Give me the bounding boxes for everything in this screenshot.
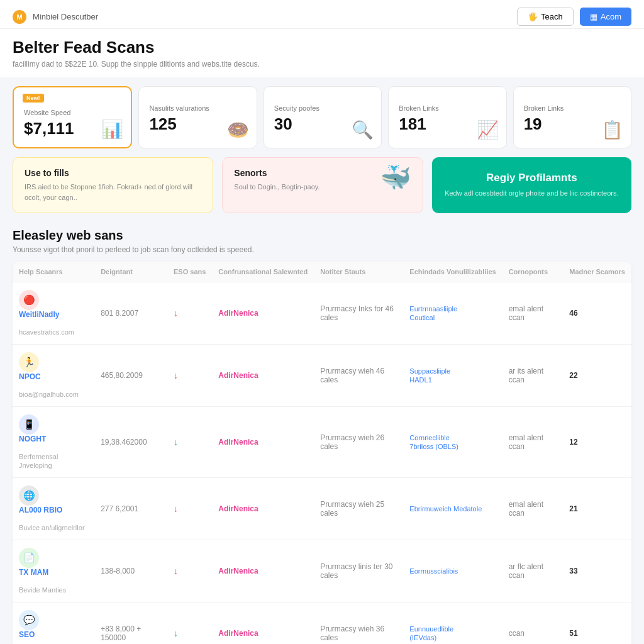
row-name-cell-1: 🏃NPOCbioa@ngalhub.com [13, 345, 94, 407]
acom-button[interactable]: ▦ Acom [580, 8, 631, 26]
row-icon: 🔴 [19, 290, 39, 310]
row-icon: 💬 [19, 610, 39, 630]
acom-label: Acom [601, 12, 621, 21]
row-name-link[interactable]: WeitliNadly [19, 310, 88, 319]
row-link2[interactable]: (IEVdas) [409, 634, 436, 641]
row-name-cell-0: 🔴WeitliNadlyhcavestratics.com [13, 282, 94, 345]
row-date-4: 138-8,000 [94, 540, 167, 602]
row-link1[interactable]: Ebrirmuweich Medatole [409, 505, 482, 513]
row-sub: Bevide Manties [19, 586, 66, 594]
table-row: 🌐AL000 RBIOBuvice an/uligmelrilor277 6,2… [13, 478, 631, 540]
row-name-cell-3: 🌐AL000 RBIOBuvice an/uligmelrilor [13, 478, 94, 540]
row-links-4: Eorrnusscialibis [403, 540, 502, 602]
row-trend-3: ↓ [167, 478, 212, 540]
row-icon: 📄 [19, 548, 39, 568]
panel-yellow-text: IRS.aied to be Stopone 1fieh. Fokrad+ ne… [25, 182, 201, 203]
section-title: Eleasley web sans [13, 228, 631, 243]
stat-icon-2: 🔍 [352, 119, 374, 140]
row-link1[interactable]: Eurtrnnaasliiple [409, 305, 457, 313]
row-trend-5: ↓ [167, 602, 212, 644]
brand-name: Minbiel Descutber [33, 12, 98, 21]
row-comp-0: emal alent ccan [502, 282, 564, 345]
panel-yellow-title: Use to fills [25, 168, 201, 178]
stat-card-4: Broken Links19📋 [513, 86, 631, 148]
row-comp-3: emal alent ccan [502, 478, 564, 540]
row-comp-2: emal alent ccan [502, 407, 564, 478]
acom-icon: ▦ [590, 12, 597, 21]
trend-arrow-icon: ↓ [174, 308, 178, 318]
teach-icon: 🖐 [528, 12, 538, 21]
stat-label-1: Nasulits valurations [149, 104, 246, 112]
row-tag-2: AdirNenica [212, 407, 314, 478]
row-name-link[interactable]: SEO [19, 630, 88, 639]
row-comp-4: ar flc alent ccan [502, 540, 564, 602]
row-tag-0: AdirNenica [212, 282, 314, 345]
col-header-2: ESO sans [167, 262, 212, 282]
col-header-4: Notiter Stauts [314, 262, 403, 282]
row-date-5: +83 8,000 + 150000 [94, 602, 167, 644]
row-name-link[interactable]: NOGHT [19, 435, 88, 443]
panel-yellow: Use to fills IRS.aied to be Stopone 1fie… [13, 157, 213, 213]
row-status-4: Prurmacsy linis ter 30 cales [314, 540, 403, 602]
table-row: 📱NOGHTBerfornensal Jnveloping19,38.46200… [13, 407, 631, 478]
row-link2[interactable]: HADL1 [409, 376, 431, 384]
col-header-6: Cornoponts [502, 262, 564, 282]
row-comp-5: ccan [502, 602, 564, 644]
row-num-0: 46 [563, 282, 631, 345]
trend-arrow-icon: ↓ [174, 437, 178, 447]
teach-button[interactable]: 🖐 Teach [517, 8, 574, 26]
trend-arrow-icon: ↓ [174, 628, 178, 638]
stat-card-2: Secuity poofes30🔍 [264, 86, 382, 148]
stat-label-2: Secuity poofes [274, 104, 371, 112]
row-tag-4: AdirNenica [212, 540, 314, 602]
row-status-1: Prurmacsy wieh 46 cales [314, 345, 403, 407]
stat-label-3: Broken Links [399, 104, 496, 112]
logo-icon: M [13, 10, 26, 24]
row-sub: Buvice an/uligmelrilor [19, 524, 85, 531]
section: Eleasley web sans Younsse vigot thot pno… [0, 222, 644, 644]
panel-pink: 🐳 Senorts Soul to Dogin., Bogtin-paoy. [222, 157, 423, 213]
table-row: 📄TX MAMBevide Manties138-8,000↓AdirNenic… [13, 540, 631, 602]
stat-card-3: Broken Links181📈 [388, 86, 506, 148]
row-name-cell-4: 📄TX MAMBevide Manties [13, 540, 94, 602]
stat-card-0: New!Website Speed$7,111📊 [13, 86, 132, 148]
teach-label: Teach [541, 12, 563, 21]
row-name-link[interactable]: AL000 RBIO [19, 506, 88, 514]
row-tag-3: AdirNenica [212, 478, 314, 540]
table-row: 🔴WeitliNadlyhcavestratics.com801 8.2007↓… [13, 282, 631, 345]
row-date-0: 801 8.2007 [94, 282, 167, 345]
col-header-0: Help Scaanrs [13, 262, 94, 282]
row-status-3: Prurmacsy wieh 25 cales [314, 478, 403, 540]
stat-icon-4: 📋 [601, 119, 623, 140]
table-row: 🏃NPOCbioa@ngalhub.com465,80.2009↓AdirNen… [13, 345, 631, 407]
row-name-link[interactable]: NPOC [19, 372, 88, 381]
row-links-2: Cornnecliible7briloss (OBLS) [403, 407, 502, 478]
row-link1[interactable]: Suppacsliiple [409, 367, 450, 375]
row-link1[interactable]: Eunnuuedlible [409, 625, 453, 633]
row-trend-1: ↓ [167, 345, 212, 407]
stat-icon-1: 🍩 [227, 119, 249, 140]
col-header-5: Echindads Vonulilizabliies [403, 262, 502, 282]
row-status-5: Prurmacsy wieh 36 cales [314, 602, 403, 644]
row-link1[interactable]: Eorrnusscialibis [409, 567, 458, 575]
section-subtitle: Younsse vigot thot pnoril to perleed to … [13, 245, 631, 254]
row-link1[interactable]: Cornnecliible [409, 434, 450, 441]
trend-arrow-icon: ↓ [174, 370, 178, 380]
panel-teal-text: Kedw adl coesbtedit orgle phoite and be … [445, 188, 618, 199]
row-links-1: SuppacsliipleHADL1 [403, 345, 502, 407]
row-link2[interactable]: 7briloss (OBLS) [409, 443, 458, 450]
row-name-link[interactable]: TX MAM [19, 568, 88, 577]
info-row: Use to fills IRS.aied to be Stopone 1fie… [0, 157, 644, 222]
row-trend-0: ↓ [167, 282, 212, 345]
col-header-3: Confrunsational Salewnted [212, 262, 314, 282]
row-status-0: Prurmacsy Inks for 46 cales [314, 282, 403, 345]
row-sub: hcavestratics.com [19, 328, 74, 336]
new-badge: New! [23, 94, 44, 103]
row-icon: 🏃 [19, 352, 39, 372]
panel-teal[interactable]: Regiy Profilamnts Kedw adl coesbtedit or… [432, 157, 631, 213]
row-date-2: 19,38.462000 [94, 407, 167, 478]
data-table: Help ScaanrsDeigntantESO sansConfrunsati… [13, 262, 631, 644]
row-tag-1: AdirNenica [212, 345, 314, 407]
row-link2[interactable]: Coutical [409, 314, 435, 321]
table-row: 💬SEOFancil Reastoloy+83 8,000 + 150000↓A… [13, 602, 631, 644]
